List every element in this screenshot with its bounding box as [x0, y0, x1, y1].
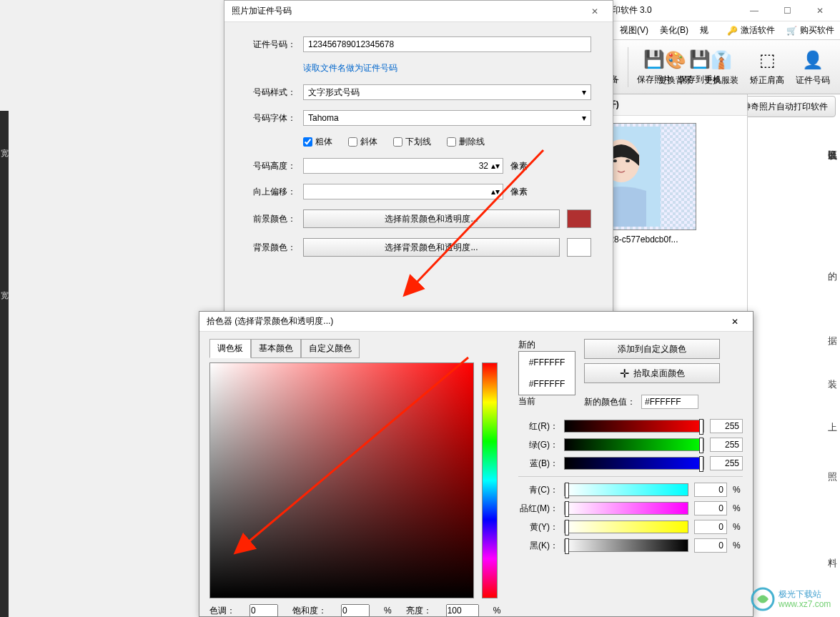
- svg-point-4: [626, 159, 630, 162]
- magenta-input[interactable]: [694, 501, 727, 515]
- left-crop-strip: 宽 宽: [0, 111, 9, 617]
- picker-tabs: 调色板 基本颜色 自定义颜色: [209, 339, 510, 358]
- green-input[interactable]: [710, 438, 743, 452]
- eyedropper-icon: ✛: [620, 367, 629, 380]
- height-label: 号码高度：: [246, 160, 296, 172]
- key-icon: 🔑: [727, 26, 738, 36]
- black-input[interactable]: [694, 538, 727, 553]
- cyan-input[interactable]: [694, 483, 727, 497]
- id-number-dialog: 照片加证件号码 ✕ 证件号码： 读取文件名做为证件号码 号码样式： 文字形式号码…: [224, 0, 613, 315]
- bg-swatch: [567, 238, 591, 257]
- buy-link[interactable]: 🛒 购买软件: [786, 24, 834, 36]
- fix-shoulder-button[interactable]: ⬚ 矫正肩高: [744, 42, 790, 92]
- add-custom-button[interactable]: 添加到自定义颜色: [584, 339, 720, 359]
- hue-input[interactable]: [249, 604, 278, 617]
- red-slider[interactable]: [564, 420, 704, 433]
- dialog2-titlebar: 拾色器 (选择背景颜色和透明度...) ✕: [199, 312, 753, 332]
- fg-color-button[interactable]: 选择前景颜色和透明度...: [303, 209, 560, 228]
- color-field[interactable]: [209, 362, 474, 598]
- style-label: 号码样式：: [246, 87, 296, 99]
- magenta-slider[interactable]: [564, 502, 688, 515]
- dialog2-close-button[interactable]: ✕: [724, 317, 746, 327]
- activate-link[interactable]: 🔑 激活软件: [727, 24, 775, 36]
- dialog1-titlebar: 照片加证件号码 ✕: [224, 1, 613, 22]
- maximize-button[interactable]: ☐: [773, 2, 801, 19]
- color-compare-box: #FFFFFF #FFFFFF: [518, 351, 575, 395]
- underline-checkbox[interactable]: 下划线: [393, 136, 431, 148]
- shoulder-icon: ⬚: [756, 49, 779, 71]
- black-slider[interactable]: [564, 539, 688, 552]
- bold-checkbox[interactable]: 粗体: [303, 136, 332, 148]
- menu-view[interactable]: 视图(V): [616, 22, 653, 39]
- svg-text:极光下载站: 极光下载站: [778, 589, 821, 599]
- lum-input[interactable]: [446, 604, 479, 617]
- offset-label: 向上偏移：: [246, 186, 296, 198]
- strike-checkbox[interactable]: 删除线: [447, 136, 485, 148]
- hex-input[interactable]: [641, 395, 698, 409]
- tab-custom[interactable]: 自定义颜色: [301, 339, 360, 358]
- font-select[interactable]: Tahoma: [303, 110, 591, 126]
- menu-spec[interactable]: 规: [696, 22, 713, 39]
- cart-icon: 🛒: [786, 26, 797, 36]
- id-number-button[interactable]: 👤 证件号码: [790, 42, 836, 92]
- minimize-button[interactable]: —: [740, 2, 769, 19]
- red-input[interactable]: [710, 419, 743, 433]
- new-color-swatch: #FFFFFF: [519, 352, 575, 373]
- cyan-slider[interactable]: [564, 483, 688, 496]
- read-filename-link[interactable]: 读取文件名做为证件号码: [303, 62, 397, 74]
- id-label: 证件号码：: [246, 39, 296, 51]
- color-picker-dialog: 拾色器 (选择背景颜色和透明度...) ✕ 调色板 基本颜色 自定义颜色 色调：…: [199, 311, 753, 617]
- dialog2-title: 拾色器 (选择背景颜色和透明度...): [207, 315, 724, 327]
- dialog1-close-button[interactable]: ✕: [584, 6, 606, 16]
- fg-swatch: [567, 209, 591, 228]
- menu-beautify[interactable]: 美化(B): [656, 22, 693, 39]
- fg-label: 前景颜色：: [246, 213, 296, 225]
- style-select[interactable]: 文字形式号码: [303, 84, 591, 100]
- change-bg-button[interactable]: 🎨 更换背景: [653, 42, 698, 92]
- yellow-slider[interactable]: [564, 520, 688, 533]
- dialog1-title: 照片加证件号码: [232, 5, 584, 17]
- italic-checkbox[interactable]: 斜体: [348, 136, 377, 148]
- tab-palette[interactable]: 调色板: [209, 339, 251, 358]
- blue-slider[interactable]: [564, 457, 704, 470]
- green-slider[interactable]: [564, 438, 704, 451]
- hue-slider[interactable]: [482, 362, 498, 598]
- id-input[interactable]: [303, 36, 591, 52]
- pick-desktop-button[interactable]: ✛ 拾取桌面颜色: [584, 363, 720, 383]
- suit-icon: 👔: [710, 49, 733, 71]
- tab-basic[interactable]: 基本颜色: [251, 339, 301, 358]
- bg-color-button[interactable]: 选择背景颜色和透明度...: [303, 238, 560, 257]
- sat-input[interactable]: [341, 604, 370, 617]
- watermark-logo: 极光下载站 www.xz7.com: [750, 586, 836, 613]
- offset-spinner[interactable]: ▴▾: [303, 184, 503, 199]
- id-icon: 👤: [801, 49, 824, 71]
- height-spinner[interactable]: 32 ▴▾: [303, 158, 503, 174]
- blue-input[interactable]: [710, 456, 743, 470]
- current-color-swatch: #FFFFFF: [519, 373, 575, 395]
- yellow-input[interactable]: [694, 520, 727, 534]
- font-label: 号码字体：: [246, 112, 296, 124]
- svg-text:www.xz7.com: www.xz7.com: [778, 599, 831, 609]
- bg-icon: 🎨: [664, 49, 687, 71]
- close-button[interactable]: ✕: [806, 2, 834, 19]
- change-clothes-button[interactable]: 👔 更换服装: [698, 42, 744, 92]
- bg-label: 背景颜色：: [246, 242, 296, 254]
